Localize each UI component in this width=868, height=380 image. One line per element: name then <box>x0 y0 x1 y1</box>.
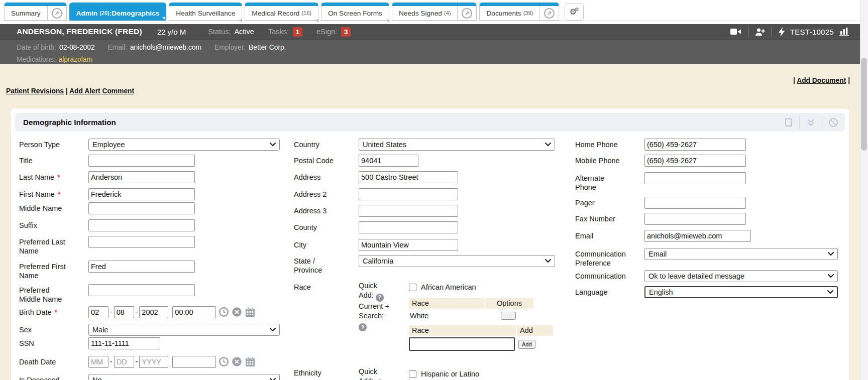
esign-badge[interactable]: 3 <box>341 27 351 37</box>
death-time-input[interactable] <box>172 356 216 368</box>
middle-name-input[interactable] <box>88 202 195 214</box>
video-visit-icon[interactable] <box>730 28 741 36</box>
race-add-input[interactable] <box>409 337 515 351</box>
preferred-last-name-input[interactable] <box>88 236 195 248</box>
tab-medical-record[interactable]: Medical Record(16) <box>245 3 318 21</box>
last-name-input[interactable] <box>88 171 195 183</box>
fax-number-input[interactable] <box>644 213 746 225</box>
sex-select[interactable]: Male <box>88 324 280 336</box>
title-row: Title <box>19 155 195 167</box>
chevron-down-icon <box>545 143 551 147</box>
suffix-input[interactable] <box>88 219 195 231</box>
race-add-button[interactable]: Add <box>518 340 535 349</box>
clock-icon[interactable] <box>219 356 229 367</box>
vertical-scrollbar[interactable] <box>860 0 868 380</box>
clear-date-icon[interactable] <box>232 306 242 317</box>
preferred-first-name-input[interactable] <box>88 261 195 273</box>
title-input[interactable] <box>88 155 195 167</box>
african-american-checkbox[interactable] <box>409 284 416 291</box>
city-input[interactable] <box>359 239 458 251</box>
preferred-last-row: Preferred Last Name <box>19 236 195 256</box>
birth-month-input[interactable] <box>88 306 108 318</box>
tab-settings-button[interactable]: ⚙ ⚙ <box>565 3 584 21</box>
calendar-icon[interactable] <box>245 356 256 367</box>
birth-year-input[interactable] <box>139 306 168 318</box>
postal-code-row: Postal Code <box>294 155 418 167</box>
postal-code-label: Postal Code <box>294 155 359 165</box>
communication-select[interactable]: Ok to leave detailed message <box>644 270 838 282</box>
tab-needs-signed-popout[interactable]: ↗ <box>457 6 476 20</box>
mobile-phone-input[interactable] <box>644 155 746 167</box>
country-select[interactable]: United States <box>359 139 555 151</box>
medication-link[interactable]: alprazolam <box>58 56 92 63</box>
preferred-first-row: Preferred First Name <box>19 261 195 280</box>
alternate-phone-input[interactable] <box>644 172 746 184</box>
clock-icon[interactable] <box>219 306 229 317</box>
pager-input[interactable] <box>644 197 746 209</box>
language-select[interactable]: English <box>644 286 838 298</box>
tab-documents[interactable]: Documents(39) <box>480 6 539 20</box>
address2-input[interactable] <box>359 188 458 200</box>
county-input[interactable] <box>359 221 458 233</box>
chart-stats-icon[interactable] <box>839 27 850 36</box>
quick-actions-lightning-icon[interactable] <box>779 27 785 37</box>
ssn-input[interactable] <box>88 337 160 349</box>
communication-preference-select[interactable]: Email <box>644 248 838 260</box>
home-phone-input[interactable] <box>644 139 746 151</box>
collapse-section-icon[interactable] <box>805 117 816 128</box>
first-name-input[interactable] <box>88 188 195 200</box>
last-name-row: Last Name* <box>19 171 195 183</box>
birth-date-row: Birth Date* - - <box>19 306 256 318</box>
country-row: Country United States <box>294 139 555 151</box>
pipe: | <box>848 77 850 84</box>
tab-needs-signed[interactable]: Needs Signed(4) <box>392 6 457 20</box>
email-row: Email <box>575 230 751 242</box>
death-year-input[interactable] <box>139 356 168 368</box>
tab-documents-popout[interactable]: ↗ <box>539 6 559 20</box>
journal-icon[interactable] <box>783 117 794 128</box>
email-input[interactable] <box>644 230 751 242</box>
help-icon[interactable]: ? <box>376 294 384 302</box>
disable-section-icon[interactable] <box>828 117 839 128</box>
date-separator: - <box>110 306 113 316</box>
race-add-table: Race Add Add <box>409 325 560 352</box>
is-deceased-select[interactable]: No <box>88 374 280 380</box>
patient-revisions-link[interactable]: Patient Revisions <box>6 87 64 95</box>
person-type-select[interactable]: Employee <box>88 139 280 151</box>
death-day-input[interactable] <box>114 356 134 368</box>
birth-day-input[interactable] <box>114 306 134 318</box>
chevron-down-icon <box>545 259 551 263</box>
address3-input[interactable] <box>359 205 458 217</box>
tab-summary-popout[interactable]: ↗ <box>47 6 66 20</box>
scrollbar-thumb[interactable] <box>861 58 867 151</box>
is-deceased-label: Is Deceased <box>19 374 88 380</box>
state-select[interactable]: California <box>359 255 555 267</box>
tasks-badge[interactable]: 1 <box>293 27 302 37</box>
race-value: White <box>409 312 484 320</box>
address-input[interactable] <box>359 171 458 183</box>
required-marker: * <box>54 308 57 316</box>
add-alert-comment-link[interactable]: Add Alert Comment <box>69 87 134 95</box>
add-person-icon[interactable] <box>755 28 765 36</box>
clear-date-icon[interactable] <box>232 356 242 367</box>
help-icon[interactable]: ? <box>359 323 367 331</box>
tab-needs-signed-group: Needs Signed(4) ↗ <box>392 3 477 21</box>
postal-code-input[interactable] <box>359 155 418 167</box>
race-column-header: Race <box>409 298 484 309</box>
date-separator: - <box>136 306 138 316</box>
calendar-icon[interactable] <box>245 306 256 317</box>
hispanic-latino-checkbox[interactable] <box>409 370 416 378</box>
tab-health-surveillance[interactable]: Health Surveillance <box>169 3 242 21</box>
preferred-middle-name-input[interactable] <box>88 284 195 296</box>
divider <box>822 116 822 129</box>
pipe: | <box>66 87 68 95</box>
country-label: Country <box>294 139 359 149</box>
tab-admin-demographics[interactable]: Admin(20):Demographics <box>69 3 167 21</box>
remove-race-button[interactable]: – <box>501 312 516 320</box>
birth-time-input[interactable] <box>172 306 216 318</box>
death-month-input[interactable] <box>88 356 108 368</box>
external-link-icon: ↗ <box>462 8 472 19</box>
tab-on-screen-forms[interactable]: On Screen Forms <box>321 3 389 21</box>
tab-summary[interactable]: Summary <box>5 6 47 20</box>
add-document-link[interactable]: Add Document <box>797 77 846 84</box>
